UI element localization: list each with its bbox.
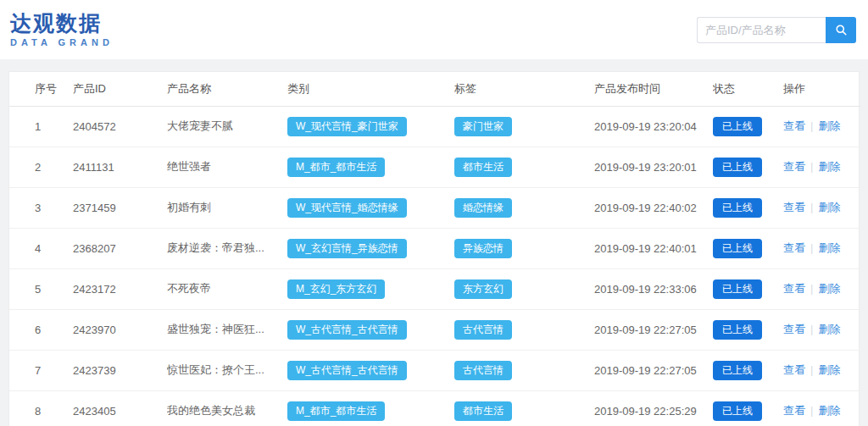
search-button[interactable] — [826, 17, 856, 43]
category-badge: M_都市_都市生活 — [287, 401, 385, 421]
top-bar: 达观数据 DATA GRAND — [0, 0, 868, 59]
link-separator: | — [810, 404, 813, 417]
cell-product-id: 2423739 — [73, 350, 167, 390]
tag-badge: 都市生活 — [454, 401, 512, 421]
col-header-index: 序号 — [9, 72, 73, 106]
cell-name: 废材逆袭：帝君独... — [167, 228, 287, 268]
delete-link[interactable]: 删除 — [818, 160, 840, 173]
cell-name: 我的绝色美女总裁 — [167, 390, 287, 426]
product-table-card: 序号 产品ID 产品名称 类别 标签 产品发布时间 状态 操作 1 240457… — [8, 71, 860, 426]
brand-subtitle: DATA GRAND — [10, 37, 114, 47]
link-separator: | — [810, 282, 813, 295]
brand-title: 达观数据 — [10, 12, 114, 36]
view-link[interactable]: 查看 — [783, 323, 805, 335]
link-separator: | — [810, 363, 813, 376]
view-link[interactable]: 查看 — [783, 241, 805, 254]
cell-product-id: 2423970 — [73, 309, 167, 350]
tag-badge: 东方玄幻 — [454, 279, 512, 299]
link-separator: | — [810, 119, 813, 132]
delete-link[interactable]: 删除 — [818, 201, 840, 213]
table-row: 4 2368207 废材逆袭：帝君独... W_玄幻言情_异族恋情 异族恋情 2… — [9, 228, 860, 268]
col-header-category: 类别 — [287, 72, 454, 106]
tag-badge: 都市生活 — [454, 158, 512, 177]
col-header-published: 产品发布时间 — [594, 72, 713, 106]
view-link[interactable]: 查看 — [783, 404, 805, 417]
link-separator: | — [810, 160, 813, 173]
cell-published: 2019-09-19 22:27:05 — [594, 350, 713, 390]
cell-published: 2019-09-19 22:40:01 — [594, 228, 713, 268]
tag-badge: 异族恋情 — [454, 239, 512, 258]
cell-index: 8 — [9, 390, 73, 426]
cell-published: 2019-09-19 22:27:05 — [594, 309, 713, 350]
cell-index: 5 — [9, 268, 73, 309]
category-badge: W_古代言情_古代言情 — [287, 320, 407, 340]
delete-link[interactable]: 删除 — [818, 323, 840, 335]
view-link[interactable]: 查看 — [783, 363, 805, 376]
col-header-product-id: 产品ID — [73, 72, 167, 106]
cell-index: 6 — [9, 309, 73, 350]
cell-index: 1 — [9, 106, 73, 147]
delete-link[interactable]: 删除 — [818, 282, 840, 295]
cell-name: 盛世独宠：神医狂... — [167, 309, 287, 350]
cell-published: 2019-09-19 22:25:29 — [594, 390, 713, 426]
cell-product-id: 2371459 — [73, 187, 167, 228]
search-input[interactable] — [697, 17, 826, 43]
col-header-name: 产品名称 — [167, 72, 287, 106]
status-badge: 已上线 — [713, 158, 762, 177]
tag-badge: 古代言情 — [454, 320, 512, 340]
cell-name: 初婚有刺 — [167, 187, 287, 228]
cell-product-id: 2423172 — [73, 268, 167, 309]
search-bar — [697, 17, 856, 43]
cell-index: 4 — [9, 228, 73, 268]
link-separator: | — [810, 241, 813, 254]
view-link[interactable]: 查看 — [783, 282, 805, 295]
product-table: 序号 产品ID 产品名称 类别 标签 产品发布时间 状态 操作 1 240457… — [9, 72, 860, 426]
cell-published: 2019-09-19 22:33:06 — [594, 268, 713, 309]
link-separator: | — [810, 201, 813, 213]
delete-link[interactable]: 删除 — [818, 404, 840, 417]
category-badge: M_都市_都市生活 — [287, 158, 385, 177]
cell-product-id: 2368207 — [73, 228, 167, 268]
cell-product-id: 2404572 — [73, 106, 167, 147]
brand-logo: 达观数据 DATA GRAND — [10, 12, 114, 48]
view-link[interactable]: 查看 — [783, 119, 805, 132]
delete-link[interactable]: 删除 — [818, 363, 840, 376]
category-badge: M_玄幻_东方玄幻 — [287, 279, 385, 299]
status-badge: 已上线 — [713, 361, 762, 380]
table-row: 7 2423739 惊世医妃：撩个王... W_古代言情_古代言情 古代言情 2… — [9, 350, 860, 390]
view-link[interactable]: 查看 — [783, 160, 805, 173]
tag-badge: 婚恋情缘 — [454, 198, 512, 218]
status-badge: 已上线 — [713, 239, 762, 258]
search-icon — [835, 24, 848, 36]
cell-published: 2019-09-19 23:20:04 — [594, 106, 713, 147]
link-separator: | — [810, 323, 813, 335]
cell-name: 不死夜帝 — [167, 268, 287, 309]
category-badge: W_现代言情_婚恋情缘 — [287, 198, 407, 218]
status-badge: 已上线 — [713, 117, 762, 136]
cell-name: 惊世医妃：撩个王... — [167, 350, 287, 390]
cell-index: 7 — [9, 350, 73, 390]
cell-index: 2 — [9, 147, 73, 187]
table-row: 3 2371459 初婚有刺 W_现代言情_婚恋情缘 婚恋情缘 2019-09-… — [9, 187, 860, 228]
category-badge: W_现代言情_豪门世家 — [287, 117, 407, 136]
table-row: 1 2404572 大佬宠妻不腻 W_现代言情_豪门世家 豪门世家 2019-0… — [9, 106, 860, 147]
col-header-actions: 操作 — [783, 72, 860, 106]
table-row: 5 2423172 不死夜帝 M_玄幻_东方玄幻 东方玄幻 2019-09-19… — [9, 268, 860, 309]
delete-link[interactable]: 删除 — [818, 241, 840, 254]
table-row: 2 2411131 绝世强者 M_都市_都市生活 都市生活 2019-09-19… — [9, 147, 860, 187]
cell-index: 3 — [9, 187, 73, 228]
cell-published: 2019-09-19 23:20:01 — [594, 147, 713, 187]
tag-badge: 豪门世家 — [454, 117, 512, 136]
cell-published: 2019-09-19 22:40:02 — [594, 187, 713, 228]
category-badge: W_古代言情_古代言情 — [287, 361, 407, 380]
col-header-tag: 标签 — [454, 72, 594, 106]
view-link[interactable]: 查看 — [783, 201, 805, 213]
cell-product-id: 2411131 — [73, 147, 167, 187]
tag-badge: 古代言情 — [454, 361, 512, 380]
table-row: 6 2423970 盛世独宠：神医狂... W_古代言情_古代言情 古代言情 2… — [9, 309, 860, 350]
cell-product-id: 2423405 — [73, 390, 167, 426]
delete-link[interactable]: 删除 — [818, 119, 840, 132]
table-header-row: 序号 产品ID 产品名称 类别 标签 产品发布时间 状态 操作 — [9, 72, 860, 106]
category-badge: W_玄幻言情_异族恋情 — [287, 239, 407, 258]
col-header-status: 状态 — [713, 72, 783, 106]
